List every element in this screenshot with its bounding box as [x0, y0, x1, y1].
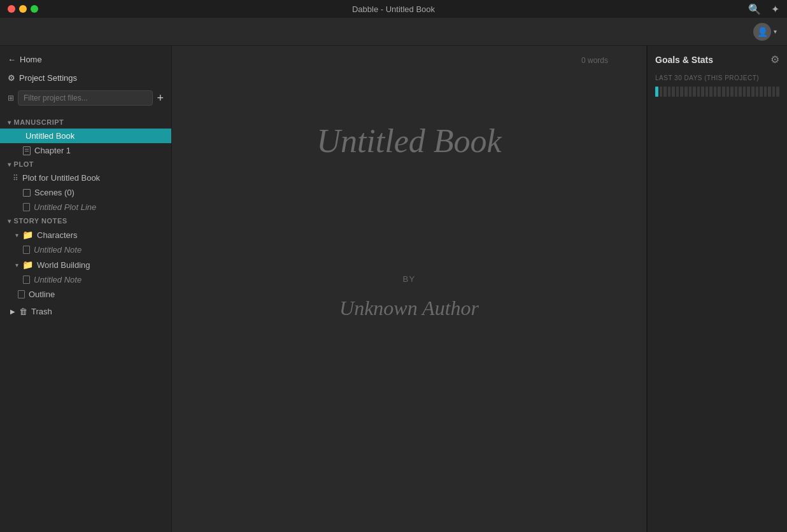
word-count: 0 words — [581, 46, 646, 71]
panel-header: Goals & Stats ⚙ — [655, 53, 779, 66]
sidebar-item-label: Untitled Note — [34, 275, 82, 284]
sidebar-item-plot-line[interactable]: Untitled Plot Line — [0, 200, 171, 214]
filter-icon: ⊞ — [8, 94, 14, 102]
story-notes-section-header[interactable]: ▾ STORY NOTES — [0, 214, 171, 227]
gear-icon: ⚙ — [8, 73, 15, 83]
progress-segment — [739, 87, 742, 97]
progress-segment — [655, 87, 658, 97]
user-menu-button[interactable]: 👤 ▾ — [753, 23, 777, 41]
settings-gear-icon[interactable]: ⚙ — [770, 53, 779, 66]
progress-segment — [751, 87, 755, 97]
topbar: 👤 ▾ — [0, 18, 787, 46]
progress-segment — [693, 87, 696, 97]
chevron-down-icon: ▾ — [15, 262, 18, 269]
filter-row: ⊞ + — [8, 90, 164, 106]
sidebar-item-label: Chapter 1 — [34, 146, 71, 155]
progress-segment — [730, 87, 734, 97]
progress-segment — [701, 87, 704, 97]
sidebar-item-plot[interactable]: ⠿ Plot for Untitled Book — [0, 171, 171, 185]
titlebar-icons: 🔍 ✦ — [748, 3, 779, 15]
sidebar-item-label: World Building — [37, 260, 90, 270]
progress-segment — [676, 87, 679, 97]
plot-icon: ⠿ — [13, 174, 18, 183]
progress-segment — [735, 87, 738, 97]
sidebar-item-untitled-book[interactable]: Untitled Book — [0, 129, 171, 143]
window-controls[interactable] — [8, 5, 38, 13]
progress-segment — [768, 87, 771, 97]
back-arrow-icon: ← — [8, 55, 16, 64]
sidebar-item-characters-note[interactable]: Untitled Note — [0, 242, 171, 257]
avatar: 👤 — [753, 23, 771, 41]
progress-segment — [668, 87, 671, 97]
progress-segment — [680, 87, 683, 97]
progress-segment — [764, 87, 767, 97]
progress-bar — [655, 87, 779, 97]
progress-segment — [684, 87, 688, 97]
sidebar-item-chapter1[interactable]: Chapter 1 — [0, 143, 171, 158]
progress-segment — [709, 87, 713, 97]
progress-segment — [772, 87, 776, 97]
progress-segment — [776, 87, 779, 97]
progress-segment — [714, 87, 717, 97]
plot-section-header[interactable]: ▾ PLOT — [0, 158, 171, 171]
sidebar-item-trash[interactable]: ▶ 🗑 Trash — [0, 304, 171, 319]
chevron-down-icon: ▾ — [8, 161, 11, 168]
sidebar-item-world-building-folder[interactable]: ▾ 📁 World Building — [0, 257, 171, 272]
project-settings-label: Project Settings — [19, 73, 77, 83]
sidebar-top: ← Home ⚙ Project Settings ⊞ + — [0, 46, 171, 116]
close-button[interactable] — [8, 5, 15, 13]
sidebar-item-scenes[interactable]: Scenes (0) — [0, 185, 171, 200]
main-layout: ← Home ⚙ Project Settings ⊞ + ▾ MANUSCRI… — [0, 46, 787, 532]
progress-segment — [760, 87, 763, 97]
sidebar-item-label: Untitled Note — [34, 245, 82, 255]
sidebar-item-label: Trash — [31, 307, 52, 316]
progress-segment — [743, 87, 746, 97]
content-area: 0 words Untitled Book BY Unknown Author — [172, 46, 647, 532]
chevron-down-icon: ▾ — [8, 218, 11, 225]
progress-segment — [689, 87, 692, 97]
sidebar-item-characters-folder[interactable]: ▾ 📁 Characters — [0, 227, 171, 242]
chapter-icon — [23, 146, 31, 155]
sidebar-item-label: Untitled Plot Line — [34, 202, 96, 212]
book-title-display: Untitled Book — [316, 122, 501, 160]
minimize-button[interactable] — [19, 5, 27, 13]
chevron-down-icon: ▾ — [8, 119, 11, 126]
user-icon[interactable]: ✦ — [771, 3, 779, 15]
note-icon — [23, 246, 30, 254]
filter-input[interactable] — [18, 90, 153, 106]
editor-pane[interactable]: 0 words Untitled Book BY Unknown Author — [172, 46, 647, 532]
add-file-button[interactable]: + — [157, 92, 164, 104]
avatar-icon: 👤 — [757, 27, 768, 37]
manuscript-label: MANUSCRIPT — [14, 118, 64, 126]
home-link[interactable]: ← Home — [8, 52, 164, 67]
search-icon[interactable]: 🔍 — [748, 3, 761, 15]
progress-segment — [722, 87, 725, 97]
book-icon — [13, 132, 22, 141]
trash-icon: 🗑 — [19, 307, 27, 316]
sidebar-item-label: Plot for Untitled Book — [22, 173, 100, 183]
panel-title: Goals & Stats — [655, 55, 713, 65]
chevron-right-icon: ▶ — [10, 308, 15, 315]
chevron-down-icon: ▾ — [15, 232, 18, 239]
progress-segment — [672, 87, 675, 97]
sidebar-item-label: Untitled Book — [25, 131, 74, 141]
project-settings-link[interactable]: ⚙ Project Settings — [8, 71, 164, 85]
dropdown-arrow-icon: ▾ — [774, 28, 777, 35]
maximize-button[interactable] — [31, 5, 38, 13]
window-title: Dabble - Untitled Book — [352, 4, 435, 14]
progress-segment — [747, 87, 750, 97]
stats-period-label: LAST 30 DAYS (THIS PROJECT) — [655, 74, 779, 81]
progress-segment — [727, 87, 730, 97]
progress-segment — [718, 87, 721, 97]
sidebar-item-label: Outline — [29, 290, 55, 299]
manuscript-section-header[interactable]: ▾ MANUSCRIPT — [0, 116, 171, 129]
folder-icon: 📁 — [22, 260, 33, 270]
progress-segment — [660, 87, 663, 97]
sidebar-item-label: Scenes (0) — [34, 188, 74, 197]
story-notes-label: STORY NOTES — [14, 217, 67, 225]
sidebar-item-world-building-note[interactable]: Untitled Note — [0, 272, 171, 287]
note-icon — [18, 290, 25, 298]
sidebar-item-outline[interactable]: Outline — [0, 287, 171, 302]
progress-segment — [663, 87, 667, 97]
scene-icon — [23, 189, 31, 197]
